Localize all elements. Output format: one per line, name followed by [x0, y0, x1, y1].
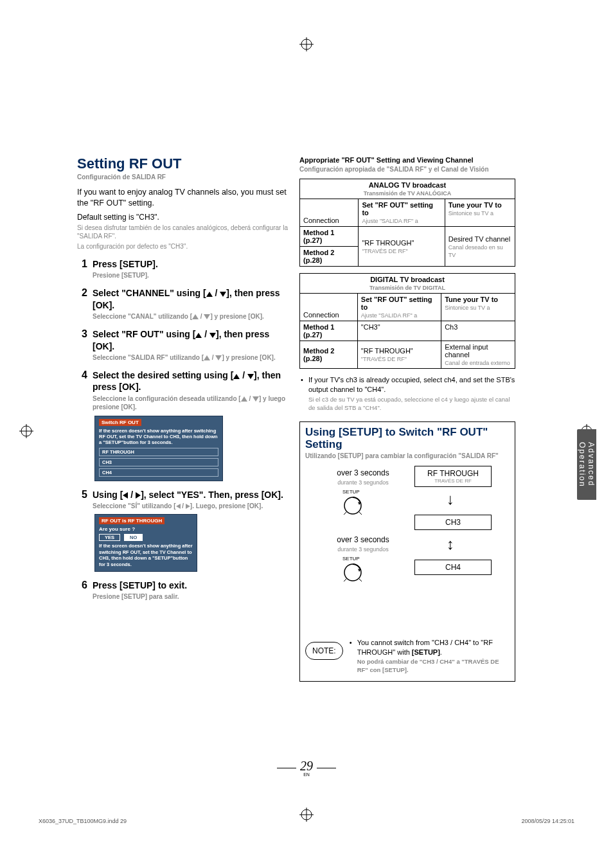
intro-es1: Si desea disfrutar también de los canale… [77, 224, 293, 240]
left-icon [176, 504, 181, 509]
cell: "CH3" [357, 321, 441, 341]
step-title: Press [SETUP]. [93, 258, 293, 270]
cell: External input channelCanal de entrada e… [441, 341, 515, 369]
t: Select "CHANNEL" using [ [93, 288, 206, 298]
t: Seleccione "SALIDA RF" utilizando [ [93, 354, 204, 361]
up-icon [195, 333, 202, 338]
step-title: Select the desired setting using [ / ], … [93, 369, 293, 393]
appropriate-heading: Appropriate "RF OUT" Setting and Viewing… [299, 155, 515, 164]
t: "TRAVÉS DE RF" [362, 248, 407, 254]
step-es: Presione [SETUP] para salir. [93, 592, 293, 601]
setup-dial-icon [342, 495, 363, 516]
t: ], select "YES". Then, press [OK]. [141, 490, 283, 500]
over3s-2: over 3 seconds durante 3 segundos [324, 535, 402, 553]
t: Ajuste "SALIDA RF" a [362, 218, 418, 224]
up-icon [206, 292, 213, 297]
t: . [407, 666, 409, 673]
step-es: Seleccione "SÍ" utilizando [ / ]. Luego,… [93, 502, 293, 511]
cell: Set "RF OUT" setting toAjuste "SALIDA RF… [357, 294, 441, 321]
page-num: 29 [300, 759, 313, 774]
osd-confirm: RF OUT is RF THROUGH Are you sure ? YES … [94, 514, 197, 572]
t: Si el c3 de su TV ya está ocupado, selec… [308, 396, 515, 412]
step-num: 6 [77, 580, 93, 601]
up-icon [204, 355, 210, 360]
osd-title: RF OUT is RF THROUGH [99, 517, 164, 524]
down-icon [215, 355, 222, 360]
step-3: 3 Select "RF OUT" using [ / ], then pres… [77, 328, 293, 362]
section-tab-advanced-operation: AdvancedOperation [577, 429, 596, 500]
setup-dial-icon [342, 562, 363, 583]
cell: "RF THROUGH""TRAVÉS DE RF" [359, 227, 445, 267]
step-5: 5 Using [ / ], select "YES". Then, press… [77, 489, 293, 572]
down-arrow-icon: ↓ [447, 490, 454, 508]
registration-mark-left [19, 424, 33, 438]
step-title: Select "RF OUT" using [ / ], then press … [93, 328, 293, 351]
t: "TRAVÉS DE RF" [361, 356, 407, 362]
section-heading-es: Utilizando [SETUP] para cambiar la confi… [305, 452, 510, 459]
step-title: Using [ / ], select "YES". Then, press [… [93, 489, 293, 500]
cell: Desired TV channelCanal deseado en su TV [445, 227, 515, 267]
right-column: Appropriate "RF OUT" Setting and Viewing… [299, 155, 515, 682]
footer-file: X6036_37UD_TB100MG9.indd 29 [39, 818, 127, 824]
down-icon [220, 292, 226, 297]
cell: Method 2 (p.28) [300, 247, 359, 267]
cell: Connection [300, 294, 358, 321]
flow-box-rfthrough: RF THROUGH TRAVÉS DE RF [414, 466, 492, 487]
analog-table: ANALOG TV broadcast Transmisión de TV AN… [299, 179, 515, 267]
t: ] y presione [OK]. [222, 354, 275, 361]
t: TRAVÉS DE RF [415, 478, 491, 484]
cell: Set "RF OUT" setting toAjuste "SALIDA RF… [359, 199, 445, 227]
t: ]. Luego, presione [OK]. [190, 502, 263, 509]
t: Transmisión de TV ANALÓGICA [364, 190, 452, 197]
step-6: 6 Press [SETUP] to exit. Presione [SETUP… [77, 580, 293, 601]
ch3-note: If your TV's ch3 is already occupied, se… [299, 375, 515, 412]
t: ANALOG TV broadcast [369, 181, 446, 189]
t: Sintonice su TV a [445, 305, 490, 311]
cell: Method 1 (p.27) [300, 321, 358, 341]
note-row: NOTE: You cannot switch from "CH3 / CH4"… [305, 638, 510, 675]
flow-box-ch4: CH4 [414, 560, 492, 575]
t: RF THROUGH [427, 469, 479, 478]
svg-line-18 [344, 579, 346, 581]
t: Set "RF OUT" setting to [362, 201, 433, 217]
osd-row: CH3 [99, 458, 218, 466]
t: DIGITAL TV broadcast [370, 276, 445, 283]
step-es: Seleccione "CANAL" utilizando [ / ] y pr… [93, 312, 293, 321]
t: Sintonice su TV a [449, 210, 493, 217]
appropriate-heading-es: Configuración apropiada de "SALIDA RF" y… [299, 165, 515, 173]
osd-body: If the screen doesn't show anything afte… [99, 428, 218, 446]
cell: Tune your TV toSintonice su TV a [445, 199, 515, 227]
t: No podrá cambiar de "CH3 / CH4" a "TRAVÉ… [357, 658, 499, 673]
cell: Method 2 (p.28) [300, 341, 358, 369]
right-icon [136, 492, 141, 499]
step-title: Select "CHANNEL" using [ / ], then press… [93, 287, 293, 310]
cell: Method 1 (p.27) [300, 227, 359, 247]
t: Canal deseado en su TV [449, 244, 503, 258]
t: durante 3 segundos [337, 479, 389, 486]
t: Tune your TV to [449, 201, 502, 209]
step-title: Press [SETUP] to exit. [93, 580, 293, 591]
down-icon [209, 333, 216, 338]
heading-setting-rf-out: Setting RF OUT [77, 155, 293, 172]
t: durante 3 segundos [337, 546, 389, 553]
cell: Connection [300, 199, 359, 227]
down-icon [253, 396, 259, 402]
over3s-1: over 3 seconds durante 3 segundos [324, 468, 402, 486]
flow-box-ch3: CH3 [414, 515, 492, 530]
t: If your TV's ch3 is already occupied, se… [308, 376, 515, 393]
cell: "RF THROUGH""TRAVÉS DE RF" [357, 341, 441, 369]
t: Select the desired setting using [ [93, 370, 233, 380]
default-en: Default setting is "CH3". [77, 213, 293, 222]
t: Set "RF OUT" setting to [361, 296, 432, 311]
footer-timestamp: 2008/05/29 14:25:01 [521, 818, 574, 824]
osd-switch-rf-out: Switch RF OUT If the screen doesn't show… [94, 416, 223, 481]
t: . [440, 648, 442, 656]
osd-body: If the screen doesn't show anything afte… [99, 543, 193, 567]
svg-line-19 [359, 579, 362, 581]
left-icon [123, 492, 128, 499]
svg-line-15 [359, 512, 362, 515]
steps-list: 1 Press [SETUP]. Presione [SETUP]. 2 Sel… [77, 258, 293, 601]
step-num: 5 [77, 489, 93, 572]
cell: Tune your TV toSintonice su TV a [441, 294, 515, 321]
osd-no: NO [124, 534, 143, 541]
